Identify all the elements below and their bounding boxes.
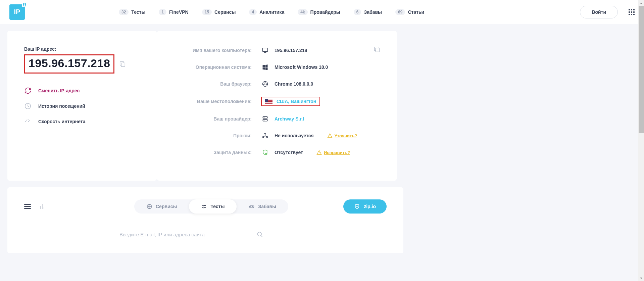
monitor-icon bbox=[261, 46, 269, 54]
scrollbar-thumb[interactable] bbox=[639, 6, 644, 133]
pill-fun-label: Забавы bbox=[258, 204, 276, 209]
pill-fun[interactable]: Забавы bbox=[237, 199, 288, 214]
gamepad-icon bbox=[249, 203, 255, 209]
proxy-value: Не используется bbox=[275, 133, 314, 138]
nav-count: 6 bbox=[354, 9, 361, 15]
history-label: История посещений bbox=[38, 103, 85, 109]
svg-point-18 bbox=[253, 206, 253, 206]
nav-label: FineVPN bbox=[169, 9, 189, 15]
svg-point-5 bbox=[264, 83, 266, 85]
nav-count: 1 bbox=[159, 9, 166, 15]
pill-tests-label: Тесты bbox=[210, 204, 225, 209]
computer-label: Имя вашего компьютера: bbox=[174, 48, 261, 53]
menu-icon[interactable] bbox=[24, 204, 31, 209]
row-provider: Ваш провайдер: Archway S.r.l bbox=[174, 115, 380, 123]
ip-panel: Ваш IP адрес: 195.96.157.218 Сменить IP-… bbox=[7, 31, 157, 181]
change-ip-link[interactable]: Сменить IP-адрес bbox=[24, 87, 140, 94]
apps-menu-icon[interactable] bbox=[629, 9, 635, 15]
change-ip-label: Сменить IP-адрес bbox=[38, 88, 80, 93]
protect-value: Отсутствует bbox=[275, 150, 303, 155]
row-proxy: Прокси: Не используется Уточнить? bbox=[174, 132, 380, 140]
history-link[interactable]: История посещений bbox=[24, 102, 140, 110]
protect-fix-label: Исправить? bbox=[324, 150, 350, 155]
computer-value: 195.96.157.218 bbox=[275, 48, 307, 53]
proxy-clarify-link[interactable]: Уточнить? bbox=[327, 133, 357, 138]
refresh-icon bbox=[24, 87, 32, 94]
nav-tests[interactable]: 32 Тесты bbox=[119, 9, 145, 15]
scrollbar-up-icon[interactable]: ▲ bbox=[638, 0, 644, 6]
copy-ip-icon[interactable] bbox=[119, 60, 126, 68]
warning-icon bbox=[316, 150, 322, 155]
svg-rect-2 bbox=[376, 48, 379, 52]
svg-point-19 bbox=[253, 207, 253, 207]
scrollbar[interactable]: ▲ ▼ bbox=[638, 0, 644, 281]
svg-rect-6 bbox=[263, 116, 267, 118]
svg-point-11 bbox=[263, 137, 264, 138]
action-list: Сменить IP-адрес История посещений Скоро… bbox=[24, 87, 140, 125]
promo-button[interactable]: 2ip.io bbox=[343, 199, 387, 214]
clock-icon bbox=[24, 102, 32, 110]
nav-analytics[interactable]: 4 Аналитика bbox=[249, 9, 284, 15]
location-highlight: США, Вашингтон bbox=[261, 97, 320, 106]
search-input[interactable] bbox=[118, 228, 266, 241]
shield-icon bbox=[261, 148, 269, 156]
proxy-clarify-label: Уточнить? bbox=[335, 133, 357, 138]
speedometer-icon bbox=[24, 118, 32, 125]
row-os: Операционная система: Microsoft Windows … bbox=[174, 63, 380, 71]
svg-point-16 bbox=[203, 207, 204, 208]
pill-tests[interactable]: Тесты bbox=[189, 199, 237, 214]
nav-label: Статьи bbox=[408, 9, 424, 15]
svg-point-15 bbox=[205, 205, 206, 206]
nav-label: Провайдеры bbox=[310, 9, 340, 15]
speed-label: Скорость интернета bbox=[38, 119, 86, 124]
logo[interactable]: IP 2 bbox=[9, 4, 25, 20]
nav: 32 Тесты 1 FineVPN 15 Сервисы 4 Аналитик… bbox=[119, 9, 424, 15]
location-value[interactable]: США, Вашингтон bbox=[277, 99, 316, 104]
pill-services-label: Сервисы bbox=[156, 204, 177, 209]
copy-info-icon[interactable] bbox=[373, 46, 381, 54]
sliders-icon bbox=[201, 203, 207, 209]
nav-count: 4 bbox=[249, 9, 257, 15]
ip-box: 195.96.157.218 bbox=[24, 54, 114, 74]
svg-point-12 bbox=[266, 137, 267, 138]
warning-icon bbox=[327, 133, 333, 138]
nav-label: Забавы bbox=[364, 9, 382, 15]
protect-fix-link[interactable]: Исправить? bbox=[316, 150, 350, 155]
search-button[interactable] bbox=[256, 231, 263, 239]
os-label: Операционная система: bbox=[174, 64, 261, 70]
proxy-label: Прокси: bbox=[174, 133, 261, 138]
nav-services[interactable]: 15 Сервисы bbox=[202, 9, 236, 15]
speed-link[interactable]: Скорость интернета bbox=[24, 118, 140, 125]
row-computer: Имя вашего компьютера: 195.96.157.218 bbox=[174, 46, 380, 54]
protect-label: Защита данных: bbox=[174, 150, 261, 155]
login-button[interactable]: Войти bbox=[580, 6, 618, 18]
logo-badge: 2 bbox=[22, 2, 27, 7]
main-content: Ваш IP адрес: 195.96.157.218 Сменить IP-… bbox=[1, 24, 403, 187]
shield-check-icon bbox=[354, 203, 360, 209]
scrollbar-down-icon[interactable]: ▼ bbox=[638, 275, 644, 281]
pill-tabs: Сервисы Тесты Забавы bbox=[134, 199, 288, 214]
pill-services[interactable]: Сервисы bbox=[134, 199, 189, 214]
search-icon bbox=[256, 231, 263, 238]
browser-label: Ваш браузер: bbox=[174, 81, 261, 87]
search-row bbox=[118, 228, 387, 241]
nav-fun[interactable]: 6 Забавы bbox=[354, 9, 382, 15]
logo-text: IP bbox=[14, 8, 20, 16]
chrome-icon bbox=[261, 80, 269, 88]
server-icon bbox=[261, 115, 269, 123]
nav-articles[interactable]: 69 Статьи bbox=[395, 9, 424, 15]
svg-point-20 bbox=[257, 232, 261, 236]
globe-icon bbox=[146, 203, 152, 209]
stats-icon[interactable] bbox=[40, 204, 44, 209]
bottom-toolbar: Сервисы Тесты Забавы 2ip.io bbox=[24, 199, 387, 214]
os-value: Microsoft Windows 10.0 bbox=[275, 64, 328, 70]
row-browser: Ваш браузер: Chrome 108.0.0.0 bbox=[174, 80, 380, 88]
nav-finevpn[interactable]: 1 FineVPN bbox=[159, 9, 188, 15]
nav-providers[interactable]: 4k Провайдеры bbox=[298, 9, 340, 15]
svg-rect-7 bbox=[263, 120, 267, 121]
svg-point-9 bbox=[264, 120, 264, 121]
bottom-panel: Сервисы Тесты Забавы 2ip.io bbox=[7, 187, 403, 253]
nav-count: 15 bbox=[202, 9, 212, 15]
provider-value[interactable]: Archway S.r.l bbox=[275, 116, 304, 122]
location-label: Ваше местоположение: bbox=[174, 99, 261, 104]
